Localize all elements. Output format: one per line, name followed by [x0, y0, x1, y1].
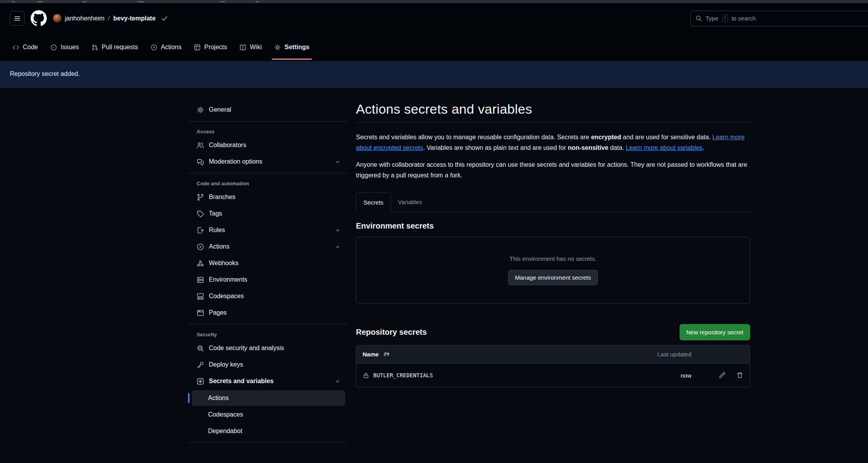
github-settings-page: janhohenheim / bevy-template Type / to s… — [0, 0, 868, 463]
gear-icon — [197, 106, 204, 114]
sidebar-item-general[interactable]: General — [192, 101, 345, 118]
sidebar-subitem-label: Dependabot — [208, 428, 242, 435]
sidebar-divider — [188, 121, 347, 122]
play-icon — [197, 243, 204, 251]
intro-text: . Variables are shown as plain text and … — [423, 144, 568, 151]
play-icon — [151, 44, 157, 51]
breadcrumb-owner-link[interactable]: janhohenheim — [65, 15, 105, 22]
tab-label: Code — [23, 44, 38, 51]
sidebar-subitem-label: Codespaces — [208, 411, 243, 418]
sidebar-subitem-wrap: Actions — [192, 390, 345, 406]
chrome-fragment — [83, 1, 87, 2]
tab-pull-requests[interactable]: Pull requests — [85, 33, 145, 61]
repository-secrets-table: Name Last updated BUTLER_CREDENTIALS now — [356, 345, 750, 387]
sidebar-subitem-codespaces[interactable]: Codespaces — [192, 407, 345, 422]
tab-code[interactable]: Code — [6, 33, 44, 61]
repository-secrets-header: Repository secrets New repository secret — [356, 324, 750, 340]
server-icon — [197, 276, 204, 284]
search-input[interactable]: Type / to search — [690, 11, 868, 26]
sidebar-subitem-wrap: Dependabot — [192, 423, 345, 439]
empty-state-text: This environment has no secrets. — [510, 255, 597, 262]
edit-secret-button[interactable] — [719, 372, 726, 379]
tab-actions[interactable]: Actions — [144, 33, 188, 61]
chevron-down-icon — [335, 227, 341, 233]
sidebar-item-tags[interactable]: Tags — [192, 205, 345, 222]
sidebar-item-actions[interactable]: Actions — [192, 238, 345, 255]
settings-layout: General Access Collaborators Moderation … — [0, 87, 868, 446]
page-title: Actions secrets and variables — [356, 101, 750, 123]
sidebar-item-codespaces[interactable]: Codespaces — [192, 288, 345, 304]
sidebar-section-title-access: Access — [192, 125, 347, 137]
sidebar-item-pages[interactable]: Pages — [192, 304, 345, 321]
sidebar-item-label: Rules — [209, 227, 225, 234]
sidebar-item-branches[interactable]: Branches — [192, 189, 345, 205]
chrome-fragment — [37, 1, 43, 2]
breadcrumb-separator: / — [108, 15, 110, 22]
chrome-fragment — [256, 1, 259, 2]
secret-table-row: BUTLER_CREDENTIALS now — [356, 363, 750, 387]
tab-variables[interactable]: Variables — [391, 192, 429, 211]
app-header: janhohenheim / bevy-template Type / to s… — [0, 3, 868, 33]
sidebar-item-label: Environments — [209, 276, 247, 283]
sidebar-item-moderation-options[interactable]: Moderation options — [192, 153, 345, 170]
commit-status-check-icon[interactable] — [161, 15, 168, 22]
sidebar-subitem-label: Actions — [208, 395, 229, 402]
sidebar-item-environments[interactable]: Environments — [192, 271, 345, 288]
sidebar-item-secrets-and-variables[interactable]: Secrets and variables — [192, 373, 345, 389]
intro-bold-non-sensitive: non-sensitive — [568, 144, 608, 151]
breadcrumb-repo-link[interactable]: bevy-template — [113, 15, 156, 22]
secret-last-updated: now — [655, 372, 691, 379]
github-logo[interactable] — [31, 10, 47, 26]
tab-issues[interactable]: Issues — [44, 33, 85, 61]
avatar[interactable] — [53, 14, 61, 22]
sidebar-divider — [188, 324, 347, 325]
sidebar-item-label: Actions — [209, 243, 229, 250]
chevron-down-icon — [335, 244, 341, 250]
sidebar-item-deploy-keys[interactable]: Deploy keys — [192, 356, 345, 373]
flash-banner: Repository secret added. — [0, 61, 868, 87]
sort-ascending-icon[interactable] — [383, 351, 390, 358]
sidebar-item-collaborators[interactable]: Collaborators — [192, 137, 345, 153]
tab-label: Pull requests — [102, 44, 138, 51]
intro-text: and are used for sensitive data. — [621, 134, 712, 140]
sidebar-subitem-dependabot[interactable]: Dependabot — [192, 423, 345, 439]
tab-secrets[interactable]: Secrets — [356, 192, 391, 212]
pencil-icon — [719, 372, 726, 379]
flash-message: Repository secret added. — [10, 70, 80, 77]
tab-wiki[interactable]: Wiki — [233, 33, 268, 61]
comment-discussion-icon — [197, 158, 204, 166]
key-icon — [197, 361, 204, 369]
sidebar-item-webhooks[interactable]: Webhooks — [192, 255, 345, 271]
intro-text: Secrets and variables allow you to manag… — [356, 134, 591, 140]
gear-icon — [274, 44, 281, 51]
hamburger-menu-button[interactable] — [10, 11, 24, 26]
sidebar-item-rules[interactable]: Rules — [192, 222, 345, 238]
search-placeholder-prefix: Type — [706, 15, 719, 22]
codescan-icon — [197, 345, 204, 352]
delete-secret-button[interactable] — [736, 372, 743, 379]
people-icon — [197, 142, 204, 149]
environment-secrets-heading: Environment secrets — [356, 221, 750, 231]
sidebar-item-code-security[interactable]: Code security and analysis — [192, 340, 345, 356]
new-repository-secret-button[interactable]: New repository secret — [680, 324, 750, 340]
secrets-variables-tabnav: Secrets Variables — [356, 192, 750, 212]
tab-projects[interactable]: Projects — [188, 33, 233, 61]
sidebar-item-label: Deploy keys — [209, 361, 243, 368]
table-header-row: Name Last updated — [356, 345, 750, 363]
intro-bold-encrypted: encrypted — [591, 134, 621, 140]
sidebar-item-label: Code security and analysis — [209, 345, 284, 352]
chrome-fragment — [138, 1, 144, 2]
sidebar-subitem-actions[interactable]: Actions — [192, 390, 345, 406]
column-header-last-updated: Last updated — [655, 351, 691, 358]
sidebar-item-label: Collaborators — [209, 142, 246, 149]
trash-icon — [736, 372, 743, 379]
book-icon — [240, 44, 246, 51]
environment-secrets-box: This environment has no secrets. Manage … — [356, 237, 750, 304]
link-learn-variables[interactable]: Learn more about variables — [626, 144, 702, 151]
manage-environment-secrets-button[interactable]: Manage environment secrets — [508, 270, 597, 285]
tab-settings[interactable]: Settings — [268, 33, 315, 61]
sidebar-item-label: Pages — [209, 309, 227, 316]
tab-label: Actions — [161, 44, 181, 51]
tab-label: Settings — [284, 44, 309, 51]
search-icon — [695, 15, 702, 22]
